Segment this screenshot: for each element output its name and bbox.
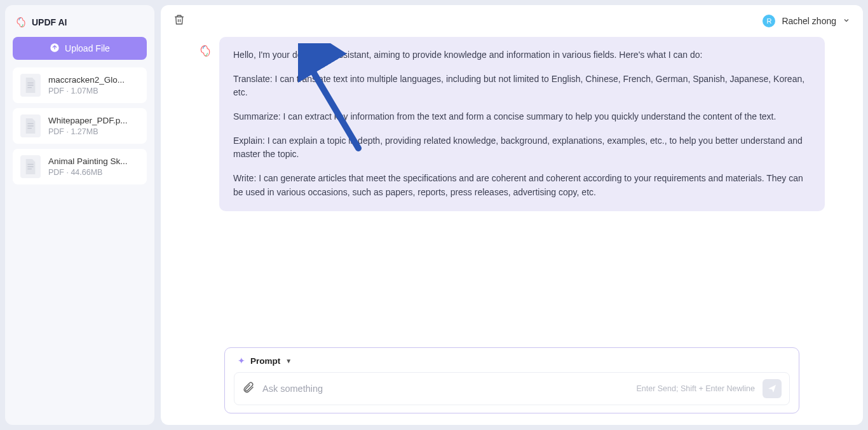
user-menu[interactable]: R Rachel zhong (763, 15, 850, 27)
sidebar-header: UPDF AI (13, 13, 147, 37)
file-meta: PDF · 1.07MB (48, 87, 139, 95)
chat-area: Hello, I'm your document assistant, aimi… (161, 37, 863, 347)
upload-button-label: Upload File (65, 43, 110, 53)
prompt-label: Prompt (250, 356, 280, 366)
avatar: R (763, 15, 775, 27)
input-hint: Enter Send; Shift + Enter Newline (636, 384, 755, 393)
trash-icon[interactable] (173, 14, 185, 28)
file-name: Animal Painting Sk... (48, 156, 139, 166)
file-icon (20, 155, 41, 178)
file-item[interactable]: maccracken2_Glo... PDF · 1.07MB (13, 67, 147, 103)
file-meta: PDF · 1.27MB (48, 127, 139, 136)
file-list: maccracken2_Glo... PDF · 1.07MB Whitepap… (13, 67, 147, 184)
file-info: maccracken2_Glo... PDF · 1.07MB (48, 75, 139, 95)
message-text: Translate: I can translate text into mul… (233, 73, 811, 100)
file-item[interactable]: Whitepaper_PDF.p... PDF · 1.27MB (13, 108, 147, 144)
prompt-selector[interactable]: ✦ Prompt ▼ (234, 356, 790, 372)
input-container: ✦ Prompt ▼ Enter Send; Shift + Enter New… (224, 347, 799, 413)
message-text: Write: I can generate articles that meet… (233, 172, 811, 199)
file-info: Whitepaper_PDF.p... PDF · 1.27MB (48, 116, 139, 136)
upload-file-button[interactable]: Upload File (13, 37, 147, 60)
caret-down-icon: ▼ (285, 357, 292, 364)
main-header: R Rachel zhong (161, 5, 863, 37)
message-text: Explain: I can explain a topic in depth,… (233, 134, 811, 162)
attachment-icon[interactable] (242, 381, 255, 396)
chevron-down-icon (843, 15, 850, 27)
app-logo-icon (15, 17, 27, 28)
assistant-message: Hello, I'm your document assistant, aimi… (199, 37, 825, 211)
message-text: Summarize: I can extract key information… (233, 110, 811, 124)
app-title: UPDF AI (32, 17, 67, 27)
user-name: Rachel zhong (782, 16, 836, 26)
send-button[interactable] (763, 379, 782, 398)
input-row: Enter Send; Shift + Enter Newline (234, 372, 790, 405)
upload-icon (50, 43, 60, 55)
main-panel: R Rachel zhong Hello, I'm your document … (161, 5, 863, 425)
sidebar: UPDF AI Upload File maccracken2_Glo... P… (5, 5, 154, 425)
file-name: Whitepaper_PDF.p... (48, 116, 139, 125)
input-zone: ✦ Prompt ▼ Enter Send; Shift + Enter New… (161, 347, 863, 425)
assistant-logo-icon (199, 45, 212, 57)
sparkle-icon: ✦ (238, 356, 245, 366)
message-text: Hello, I'm your document assistant, aimi… (233, 48, 811, 62)
file-icon (20, 114, 41, 137)
message-bubble: Hello, I'm your document assistant, aimi… (219, 37, 825, 211)
file-name: maccracken2_Glo... (48, 75, 139, 85)
file-info: Animal Painting Sk... PDF · 44.66MB (48, 156, 139, 177)
file-item[interactable]: Animal Painting Sk... PDF · 44.66MB (13, 149, 147, 184)
prompt-input[interactable] (262, 384, 628, 394)
file-meta: PDF · 44.66MB (48, 168, 139, 177)
file-icon (20, 74, 41, 97)
